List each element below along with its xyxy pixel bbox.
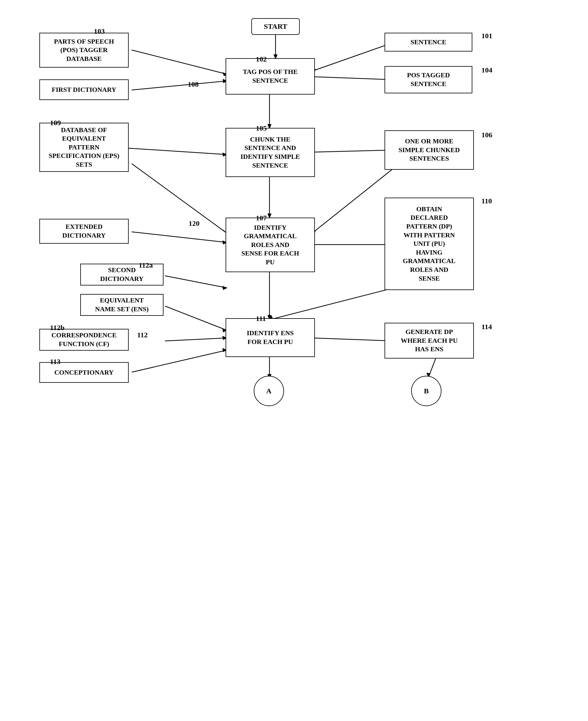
label-110: 110 (481, 197, 492, 205)
correspondence-box: CORRESPONDENCEFUNCTION (CF) (39, 329, 129, 351)
sentence-box: SENTENCE (384, 33, 472, 52)
equiv-name-box: EQUIVALENTNAME SET (ENS) (80, 294, 164, 316)
pos-tagger-box: PARTS OF SPEECH(POS) TAGGERDATABASE (39, 33, 129, 67)
svg-line-32 (270, 288, 394, 320)
label-103: 103 (94, 27, 105, 36)
label-112b: 112b (50, 324, 64, 332)
tag-pos-box: TAG POS OF THESENTENCE (226, 58, 315, 95)
svg-line-28 (165, 338, 227, 341)
flowchart-diagram: START SENTENCE 101 TAG POS OF THESENTENC… (0, 0, 588, 721)
svg-line-42 (312, 42, 394, 71)
circle-b: B (411, 376, 441, 406)
label-111: 111 (256, 315, 266, 323)
svg-line-4 (132, 50, 227, 74)
start-box: START (251, 18, 300, 35)
label-107: 107 (256, 214, 267, 222)
label-114: 114 (481, 323, 492, 331)
svg-line-38 (428, 358, 436, 377)
label-112: 112 (137, 331, 148, 339)
label-101: 101 (481, 32, 492, 40)
svg-marker-25 (223, 286, 227, 290)
label-108: 108 (188, 80, 198, 88)
arrows-svg (0, 0, 588, 721)
label-109: 109 (50, 119, 61, 127)
one-or-more-box: ONE OR MORESIMPLE CHUNKEDSENTENCES (384, 130, 474, 170)
svg-line-14 (120, 147, 227, 155)
circle-a: A (254, 376, 284, 406)
first-dict-box: FIRST DICTIONARY (39, 79, 129, 100)
label-113: 113 (50, 358, 61, 366)
svg-line-6 (132, 81, 227, 90)
svg-line-26 (165, 306, 227, 331)
svg-line-40 (132, 350, 227, 372)
label-105: 105 (256, 124, 267, 133)
svg-line-12 (132, 164, 227, 233)
svg-line-18 (312, 168, 394, 233)
label-120: 120 (189, 219, 200, 227)
label-112a: 112a (139, 261, 153, 269)
db-eps-box: DATABASE OFEQUIVALENTPATTERNSPECIFICATIO… (39, 123, 129, 172)
chunk-box: CHUNK THESENTENCE ANDIDENTIFY SIMPLESENT… (226, 128, 315, 177)
svg-line-10 (312, 150, 394, 152)
label-106: 106 (481, 131, 492, 139)
pos-tagged-box: POS TAGGEDSENTENCE (384, 66, 472, 93)
svg-line-24 (165, 276, 227, 288)
label-102: 102 (256, 55, 267, 63)
svg-line-34 (312, 338, 394, 341)
generate-dp-box: GENERATE DPWHERE EACH PUHAS ENS (384, 323, 474, 359)
label-104: 104 (481, 66, 492, 74)
identify-gram-box: IDENTIFYGRAMMATICALROLES ANDSENSE FOR EA… (226, 218, 315, 272)
identify-ens-box: IDENTIFY ENSFOR EACH PU (226, 318, 315, 357)
extended-dict-box: EXTENDEDDICTIONARY (39, 219, 129, 244)
obtain-dp-box: OBTAINDECLAREDPATTERN (DP)WITH PATTERNUN… (384, 198, 474, 290)
svg-line-22 (132, 232, 227, 242)
svg-line-2 (312, 77, 394, 80)
